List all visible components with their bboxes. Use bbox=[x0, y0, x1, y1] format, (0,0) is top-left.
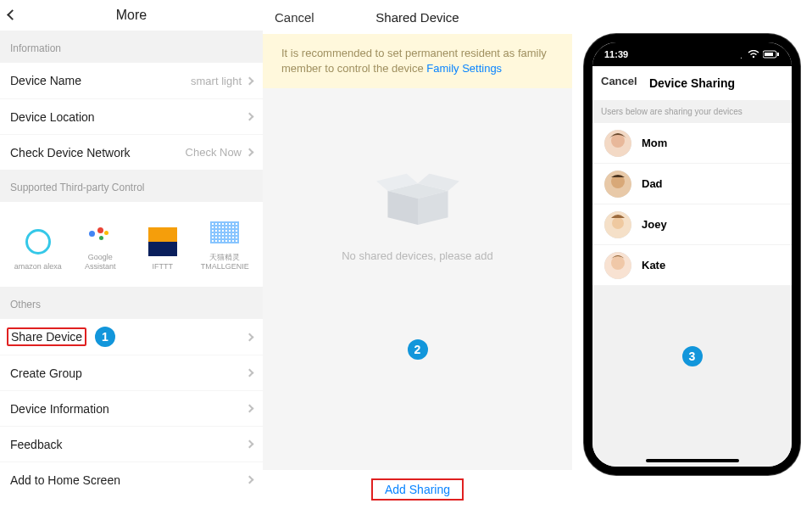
family-settings-link[interactable]: Family Settings bbox=[426, 62, 502, 75]
row-label: Feedback bbox=[10, 438, 62, 451]
row-label: Check Device Network bbox=[10, 146, 131, 159]
row-label: Create Group bbox=[10, 366, 82, 380]
integration-ifttt[interactable]: IFTTT bbox=[136, 227, 190, 271]
row-value: smart light bbox=[191, 75, 242, 87]
chevron-right-icon bbox=[246, 405, 254, 413]
phone-notch bbox=[642, 42, 743, 63]
section-information-label: Information bbox=[0, 31, 263, 63]
user-name: Kate bbox=[642, 259, 665, 271]
user-list: Mom Dad Joey Kate bbox=[592, 123, 792, 286]
empty-box-icon bbox=[371, 165, 464, 232]
list-item[interactable]: Dad bbox=[592, 164, 792, 204]
panel-more: More Information Device Name smart light… bbox=[0, 0, 263, 509]
avatar bbox=[604, 171, 631, 198]
list-item[interactable]: Joey bbox=[592, 204, 792, 245]
integration-google[interactable]: Google Assistant bbox=[73, 217, 127, 271]
svg-rect-11 bbox=[765, 53, 773, 56]
row-share-device[interactable]: Share Device 1 bbox=[0, 319, 263, 355]
list-item[interactable]: Kate bbox=[592, 245, 792, 286]
chevron-right-icon bbox=[246, 440, 254, 449]
chevron-right-icon bbox=[246, 369, 254, 378]
panel2-title: Shared Device bbox=[375, 10, 459, 25]
section-others-label: Others bbox=[0, 287, 263, 319]
step-badge-1: 1 bbox=[95, 327, 115, 347]
integration-label: Google Assistant bbox=[73, 253, 127, 271]
row-label: Device Information bbox=[10, 402, 109, 416]
svg-point-18 bbox=[612, 217, 624, 229]
row-device-location[interactable]: Device Location bbox=[0, 98, 263, 134]
row-label: Device Location bbox=[10, 110, 95, 124]
row-value: Check Now bbox=[186, 146, 242, 159]
svg-point-20 bbox=[611, 256, 625, 270]
panel1-title: More bbox=[116, 8, 147, 23]
battery-icon bbox=[763, 50, 780, 59]
back-button[interactable] bbox=[8, 7, 24, 22]
chevron-right-icon bbox=[246, 476, 254, 484]
chevron-left-icon bbox=[7, 9, 18, 20]
wifi-icon bbox=[748, 50, 759, 59]
panel1-header: More bbox=[0, 0, 263, 31]
chevron-right-icon bbox=[246, 113, 254, 121]
panel3-title: Device Sharing bbox=[649, 76, 735, 90]
banner-text: It is recommended to set permanent resid… bbox=[281, 47, 547, 75]
alexa-icon bbox=[23, 227, 53, 257]
row-label: Device Name bbox=[10, 74, 81, 87]
integration-alexa[interactable]: amazon alexa bbox=[11, 227, 65, 271]
integration-label: IFTTT bbox=[153, 262, 174, 271]
row-device-name[interactable]: Device Name smart light bbox=[0, 63, 263, 98]
row-device-information[interactable]: Device Information bbox=[0, 390, 263, 426]
chevron-right-icon bbox=[246, 148, 254, 157]
cancel-button[interactable]: Cancel bbox=[601, 75, 637, 87]
user-name: Mom bbox=[642, 137, 667, 149]
list-item[interactable]: Mom bbox=[592, 123, 792, 164]
phone-frame: 11:39 Cancel Device Sharing Users below … bbox=[584, 34, 800, 475]
step-badge-3: 3 bbox=[682, 346, 703, 366]
svg-point-14 bbox=[611, 134, 625, 148]
integration-label: 天猫精灵 TMALLGENIE bbox=[201, 253, 249, 271]
row-create-group[interactable]: Create Group bbox=[0, 355, 263, 390]
avatar bbox=[604, 130, 631, 157]
user-name: Dad bbox=[642, 177, 663, 190]
chevron-right-icon bbox=[246, 76, 254, 85]
svg-rect-12 bbox=[777, 53, 779, 56]
avatar bbox=[604, 211, 631, 238]
recommendation-banner: It is recommended to set permanent resid… bbox=[263, 34, 572, 88]
empty-state: No shared devices, please add bbox=[263, 165, 572, 262]
user-name: Joey bbox=[642, 218, 667, 231]
panel-shared-device: Cancel Shared Device It is recommended t… bbox=[263, 0, 572, 509]
integrations-row: amazon alexa Google Assistant IFTTT bbox=[0, 202, 263, 287]
integration-label: amazon alexa bbox=[14, 262, 62, 271]
sharing-subhead: Users below are sharing your devices bbox=[592, 100, 792, 123]
row-label: Share Device bbox=[7, 327, 86, 346]
empty-text: No shared devices, please add bbox=[342, 249, 493, 262]
integration-tmall[interactable]: 天猫精灵 TMALLGENIE bbox=[197, 217, 252, 271]
row-check-network[interactable]: Check Device Network Check Now bbox=[0, 134, 263, 170]
google-assistant-icon bbox=[85, 217, 115, 248]
ifttt-icon bbox=[147, 227, 178, 257]
add-sharing-button[interactable]: Add Sharing bbox=[371, 478, 464, 501]
row-label: Add to Home Screen bbox=[10, 473, 120, 487]
chevron-right-icon bbox=[246, 333, 254, 341]
status-time: 11:39 bbox=[604, 49, 628, 59]
section-thirdparty-label: Supported Third-party Control bbox=[0, 170, 263, 202]
cancel-button[interactable]: Cancel bbox=[275, 10, 314, 25]
panel-device-sharing: 11:39 Cancel Device Sharing Users below … bbox=[572, 0, 812, 509]
phone-body: Users below are sharing your devices Mom… bbox=[592, 100, 792, 467]
add-sharing-bar: Add Sharing bbox=[263, 470, 572, 509]
avatar bbox=[604, 252, 631, 279]
svg-point-9 bbox=[753, 56, 754, 58]
row-feedback[interactable]: Feedback bbox=[0, 426, 263, 461]
tmall-icon bbox=[209, 217, 240, 248]
row-add-home-screen[interactable]: Add to Home Screen bbox=[0, 461, 263, 497]
panel2-header: Cancel Shared Device bbox=[263, 0, 572, 34]
step-badge-2: 2 bbox=[408, 339, 428, 360]
home-indicator bbox=[646, 459, 739, 462]
panel3-header: Cancel Device Sharing bbox=[592, 66, 792, 100]
